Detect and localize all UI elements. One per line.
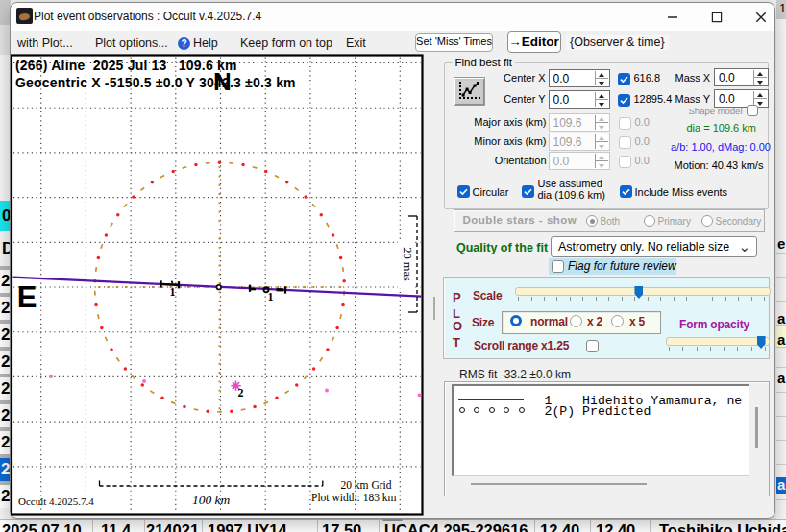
- menu-help[interactable]: Help: [193, 36, 218, 54]
- double-stars-secondary-label: Secondary: [716, 216, 762, 227]
- shape-circle-dash: [194, 409, 199, 410]
- orientation-unc: 0.0: [635, 155, 650, 166]
- maximize-button[interactable]: [696, 3, 738, 31]
- size-x2-radio[interactable]: [570, 315, 582, 327]
- shape-circle-dash: [132, 375, 135, 378]
- mass-x-spinner[interactable]: [753, 70, 767, 85]
- scroll-range-checkbox[interactable]: [586, 340, 599, 352]
- flag-review-label: Flag for future review: [568, 259, 676, 273]
- menu-with-plot[interactable]: with Plot...: [17, 36, 73, 54]
- rms-fit-label: RMS fit -33.2 ±0.0 km: [459, 368, 571, 381]
- close-button[interactable]: [740, 3, 782, 31]
- predicted-dot: [49, 375, 53, 378]
- chord-line-swatch: [458, 399, 524, 400]
- splitter-grip[interactable]: [382, 519, 403, 521]
- mass-y-label: Mass Y: [675, 93, 710, 105]
- flag-review-checkbox[interactable]: [552, 260, 564, 273]
- chord-error-bar: [161, 284, 180, 285]
- fit-y-checkbox[interactable]: [618, 94, 630, 107]
- shape-circle-dot: [194, 163, 198, 167]
- shape-circle-dot: [319, 213, 323, 217]
- double-stars-both-radio[interactable]: [586, 215, 598, 227]
- shape-model-checkbox[interactable]: [747, 105, 758, 116]
- center-x-label: Center X: [493, 72, 546, 84]
- mass-x-label: Mass X: [675, 72, 711, 84]
- editor-button[interactable]: →Editor: [507, 31, 561, 53]
- shape-circle-dot: [241, 163, 245, 167]
- major-axis-checkbox: [619, 117, 631, 130]
- center-y-input[interactable]: 0.0: [549, 90, 610, 109]
- fit-chart-button[interactable]: [454, 77, 485, 106]
- scale-label: Scale: [473, 289, 502, 302]
- shape-circle-dash: [332, 337, 334, 341]
- shape-circle-dot: [285, 181, 289, 184]
- shape-circle-dot: [160, 397, 164, 400]
- fit-y-value: 12895.4: [634, 93, 673, 105]
- legend-horizontal-scrollbar[interactable]: [471, 483, 647, 486]
- quality-of-fit-combobox[interactable]: Astrometry only. No reliable size ⌄: [551, 236, 757, 257]
- shape-circle-dot: [335, 326, 339, 330]
- shape-circle-dash: [320, 357, 323, 361]
- title-bar[interactable]: Plot event observations : Occult v.4.202…: [11, 3, 774, 31]
- shape-circle-dot: [94, 303, 98, 307]
- shape-circle-dash: [336, 244, 338, 249]
- size-x5-label: x 5: [629, 315, 645, 328]
- window-title: Plot event observations : Occult v.4.202…: [34, 10, 261, 23]
- shape-circle-dash: [295, 187, 299, 190]
- include-miss-label: Include Miss events: [635, 186, 728, 198]
- legend-vertical-scrollbar[interactable]: [755, 407, 758, 448]
- mass-x-input[interactable]: 0.0: [714, 68, 769, 86]
- legend-listbox[interactable]: 1 Hidehito Yamamura, ne 2(P) Predicted: [452, 384, 749, 476]
- shape-circle-dot: [206, 409, 209, 413]
- shape-circle-dot: [339, 256, 343, 260]
- shape-circle-dash: [241, 409, 246, 410]
- opacity-slider-track[interactable]: [666, 337, 770, 346]
- circular-checkbox[interactable]: [457, 185, 470, 198]
- size-normal-radio[interactable]: [510, 315, 522, 326]
- menu-plot-options[interactable]: Plot options...: [95, 36, 168, 54]
- shape-circle-dash: [312, 204, 315, 207]
- background-bottom-cell: 12.40: [596, 521, 635, 532]
- center-y-spinner[interactable]: [595, 92, 608, 107]
- mass-y-spinner[interactable]: [753, 91, 767, 106]
- station-1-label: 1: [170, 285, 176, 299]
- set-miss-times-button[interactable]: Set 'Miss' Times: [415, 33, 493, 52]
- include-miss-checkbox[interactable]: [620, 185, 632, 198]
- use-assumed-label-1: Use assumed: [538, 178, 602, 189]
- plot-title-line1: (266) Aline 2025 Jul 13 109.6 km: [15, 58, 237, 73]
- shape-circle-dash: [124, 204, 127, 207]
- minor-axis-unc: 0.0: [635, 135, 650, 147]
- minimize-button[interactable]: [651, 3, 694, 31]
- background-bottom-cell: 17.50: [322, 521, 361, 532]
- shape-circle-dot: [218, 160, 222, 164]
- menu-exit[interactable]: Exit: [346, 36, 366, 54]
- help-icon[interactable]: ?: [178, 37, 190, 50]
- shape-circle-dash: [304, 375, 307, 378]
- center-x-spinner[interactable]: [595, 71, 608, 85]
- shape-circle-dot: [132, 195, 135, 199]
- size-x5-radio[interactable]: [611, 315, 624, 327]
- shape-circle-dash: [150, 391, 154, 394]
- shape-circle-dot: [141, 383, 145, 387]
- predicted-asterisk: [233, 382, 239, 389]
- double-stars-primary-radio[interactable]: [644, 215, 655, 227]
- background-bottom-cell: 2025.07.10: [2, 521, 82, 532]
- double-stars-secondary-radio[interactable]: [701, 215, 713, 227]
- fit-x-checkbox[interactable]: [618, 73, 630, 85]
- menu-keep-on-top[interactable]: Keep form on top: [240, 36, 332, 54]
- center-x-input[interactable]: 0.0: [549, 69, 610, 87]
- double-stars-both-label: Both: [601, 216, 621, 227]
- chord-event-circle: [264, 287, 269, 292]
- shape-circle-dot: [341, 303, 345, 307]
- shape-circle-dot: [110, 348, 113, 351]
- shape-circle-dot: [275, 397, 279, 400]
- shape-circle-dash: [264, 402, 268, 404]
- orientation-input: 0.0: [549, 152, 610, 170]
- plot-event-observations-window: Plot event observations : Occult v.4.202…: [10, 2, 775, 519]
- find-best-fit-group: Find best fit: [444, 62, 769, 209]
- shape-circle-dot: [172, 170, 176, 174]
- use-assumed-checkbox[interactable]: [522, 185, 534, 198]
- shape-circle-dash: [343, 267, 344, 272]
- menu-bar: with Plot... Plot options... ? Help Keep…: [11, 31, 774, 58]
- form-opacity-label: Form opacity: [679, 318, 749, 331]
